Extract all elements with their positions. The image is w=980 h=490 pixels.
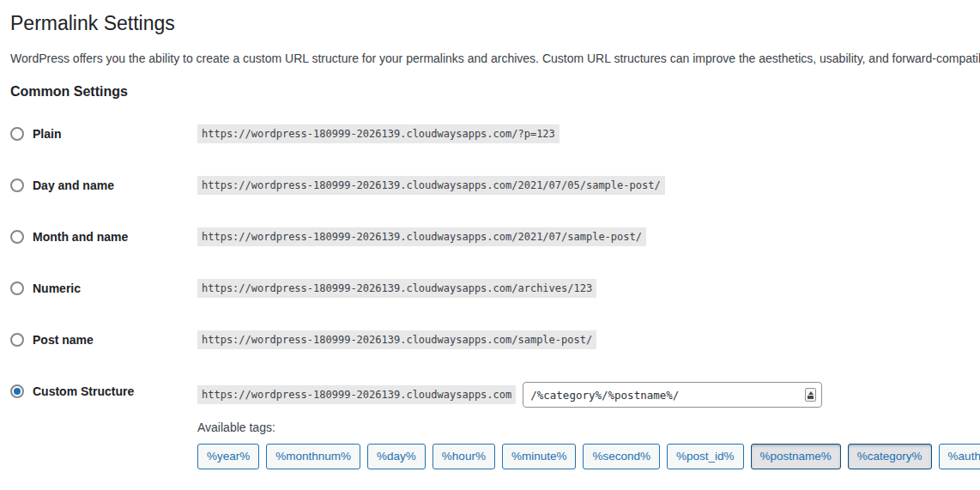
radio-post-name[interactable] <box>10 333 24 347</box>
page-title: Permalink Settings <box>10 10 980 36</box>
option-label-custom-structure[interactable]: Custom Structure <box>33 382 134 401</box>
option-row-day-and-name: Day and name https://wordpress-180999-20… <box>10 160 980 211</box>
option-label-cell: Custom Structure <box>10 382 197 401</box>
available-tags-row: %year% %monthnum% %day% %hour% %minute% … <box>197 444 980 469</box>
option-row-plain: Plain https://wordpress-180999-2026139.c… <box>10 108 980 160</box>
common-settings-heading: Common Settings <box>10 84 980 100</box>
permalink-example-month-and-name: https://wordpress-180999-2026139.cloudwa… <box>197 227 646 246</box>
option-label-cell: Month and name <box>10 227 197 246</box>
option-label-month-and-name[interactable]: Month and name <box>33 227 128 246</box>
tag-button-category[interactable]: %category% <box>848 444 932 469</box>
autofill-icon[interactable] <box>805 388 816 402</box>
common-settings-table: Plain https://wordpress-180999-2026139.c… <box>10 108 980 486</box>
tag-button-hour[interactable]: %hour% <box>433 444 495 469</box>
radio-month-and-name[interactable] <box>10 230 24 244</box>
tag-button-post-id[interactable]: %post_id% <box>667 444 744 469</box>
option-row-custom-structure: Custom Structure https://wordpress-18099… <box>10 366 980 486</box>
tag-button-minute[interactable]: %minute% <box>502 444 577 469</box>
tag-button-postname[interactable]: %postname% <box>751 444 841 469</box>
option-label-cell: Day and name <box>10 176 197 195</box>
tag-button-day[interactable]: %day% <box>367 444 426 469</box>
option-label-day-and-name[interactable]: Day and name <box>33 176 114 195</box>
option-label-cell: Numeric <box>10 279 197 298</box>
custom-structure-input-wrap <box>523 382 822 408</box>
option-row-numeric: Numeric https://wordpress-180999-2026139… <box>10 263 980 314</box>
radio-numeric[interactable] <box>10 281 24 295</box>
custom-structure-input[interactable] <box>523 382 822 408</box>
option-row-month-and-name: Month and name https://wordpress-180999-… <box>10 211 980 263</box>
option-label-cell: Post name <box>10 330 197 349</box>
radio-custom-structure[interactable] <box>10 384 24 398</box>
tag-button-year[interactable]: %year% <box>197 444 259 469</box>
option-label-post-name[interactable]: Post name <box>33 330 94 349</box>
option-label-plain[interactable]: Plain <box>33 124 61 143</box>
option-label-numeric[interactable]: Numeric <box>33 279 81 298</box>
permalink-settings-page: Permalink Settings WordPress offers you … <box>0 0 980 486</box>
tag-button-monthnum[interactable]: %monthnum% <box>266 444 360 469</box>
available-tags-label: Available tags: <box>197 420 980 435</box>
page-description: WordPress offers you the ability to crea… <box>10 50 980 67</box>
radio-plain[interactable] <box>10 127 24 141</box>
permalink-example-post-name: https://wordpress-180999-2026139.cloudwa… <box>197 330 596 349</box>
tag-button-second[interactable]: %second% <box>583 444 660 469</box>
option-row-post-name: Post name https://wordpress-180999-20261… <box>10 314 980 366</box>
option-label-cell: Plain <box>10 124 197 143</box>
tag-button-author[interactable]: %author% <box>939 444 980 469</box>
radio-day-and-name[interactable] <box>10 178 24 192</box>
custom-structure-url-prefix: https://wordpress-180999-2026139.cloudwa… <box>197 385 516 404</box>
permalink-example-plain: https://wordpress-180999-2026139.cloudwa… <box>197 124 560 143</box>
permalink-example-numeric: https://wordpress-180999-2026139.cloudwa… <box>197 279 596 298</box>
permalink-example-day-and-name: https://wordpress-180999-2026139.cloudwa… <box>197 176 665 195</box>
